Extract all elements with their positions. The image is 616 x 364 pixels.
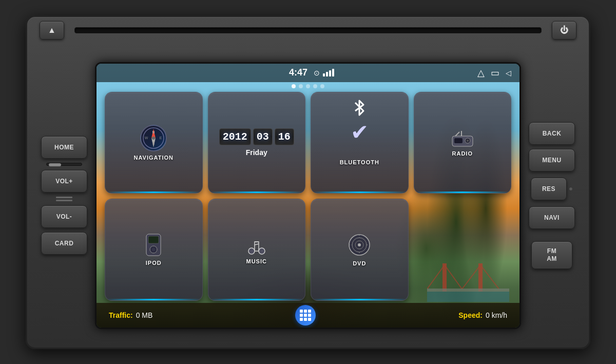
vol-minus-button[interactable]: VOL- [41, 205, 87, 228]
back-button[interactable]: BACK [529, 122, 575, 145]
vol-plus-button[interactable]: VOL+ [41, 170, 87, 193]
page-dot-4[interactable] [313, 84, 317, 88]
eq-lines [56, 197, 72, 201]
music-glyph [244, 235, 269, 255]
weekday-label: Friday [246, 148, 267, 157]
speed-info: Speed: 0 km/h [458, 311, 507, 319]
head-unit: ▲ ⏻ HOME VOL+ VOL- CARD [26, 15, 590, 349]
svg-rect-17 [454, 138, 463, 143]
traffic-label: Traffic: [109, 311, 133, 319]
home-grid-button[interactable] [295, 305, 316, 325]
page-dots [292, 84, 324, 88]
svg-point-27 [259, 248, 265, 254]
page-dot-3[interactable] [306, 84, 310, 88]
power-button[interactable]: ⏻ [552, 21, 576, 40]
main-body: HOME VOL+ VOL- CARD [27, 62, 589, 329]
page-dot-1[interactable] [292, 84, 296, 88]
res-indicator [569, 187, 573, 191]
traffic-value: 0 MB [136, 311, 153, 319]
screen-container: 4:47 ⊙ △ ▭ [95, 62, 521, 329]
status-right: △ ▭ ◁ [477, 67, 511, 79]
svg-point-26 [248, 248, 255, 254]
bottom-bar: Traffic: 0 MB [97, 303, 519, 328]
date-numbers: 2012 03 16 [219, 128, 294, 145]
ipod-glyph [144, 233, 163, 257]
svg-point-11 [152, 137, 155, 140]
menu-button[interactable]: MENU [529, 149, 575, 171]
home-button[interactable]: HOME [41, 136, 87, 159]
radio-label: RADIO [452, 150, 473, 157]
speed-value: 0 km/h [486, 311, 507, 319]
svg-text:N: N [152, 130, 155, 134]
music-icon[interactable]: MUSIC [208, 199, 306, 301]
svg-text:E: E [160, 136, 162, 140]
navigation-icon[interactable]: N S E W NAVIGATION [105, 92, 203, 194]
ipod-icon[interactable]: IPOD [105, 199, 203, 301]
home-nav-icon[interactable]: △ [477, 67, 485, 79]
card-button[interactable]: CARD [41, 232, 87, 255]
dvd-glyph [347, 233, 372, 257]
music-label: MUSIC [246, 258, 267, 264]
app-grid: N S E W NAVIGATION 2012 [105, 92, 511, 301]
dvd-label: DVD [353, 260, 366, 266]
year-block: 2012 [219, 128, 251, 145]
status-center: 4:47 ⊙ [289, 67, 334, 78]
fm-am-button[interactable]: FM AM [531, 241, 572, 269]
clock-display: 4:47 [289, 67, 307, 78]
eject-button[interactable]: ▲ [40, 21, 64, 40]
bluetooth-label: BLUETOOTH [340, 159, 379, 165]
svg-point-34 [358, 243, 361, 246]
svg-text:S: S [152, 142, 155, 145]
date-display: 2012 03 16 Friday [208, 128, 305, 157]
menu-nav-icon[interactable]: ◁ [506, 69, 511, 77]
bluetooth-icon[interactable]: ✔ BLUETOOTH [311, 92, 409, 194]
ipod-label: IPOD [146, 260, 162, 266]
date-icon[interactable]: 2012 03 16 Friday [208, 92, 306, 194]
left-panel: HOME VOL+ VOL- CARD [33, 136, 95, 255]
bluetooth-glyph: ✔ [351, 120, 369, 145]
svg-line-30 [255, 244, 259, 245]
signal-bars [323, 69, 334, 76]
svg-text:W: W [145, 136, 148, 140]
dvd-icon[interactable]: DVD [311, 199, 409, 301]
page-dot-5[interactable] [320, 84, 324, 88]
speed-label: Speed: [458, 311, 483, 319]
navi-button[interactable]: NAVI [529, 206, 575, 229]
back-nav-icon[interactable]: ▭ [491, 67, 499, 79]
vol-slider [46, 163, 82, 166]
traffic-info: Traffic: 0 MB [109, 311, 152, 319]
res-button[interactable]: RES [531, 178, 567, 200]
top-row: ▲ ⏻ [27, 17, 589, 42]
compass-graphic: N S E W [140, 125, 167, 151]
month-block: 03 [253, 128, 273, 145]
day-block: 16 [275, 128, 294, 145]
status-bar: 4:47 ⊙ △ ▭ [97, 64, 519, 82]
svg-line-20 [455, 132, 459, 136]
svg-point-25 [152, 248, 155, 251]
wifi-icon: ⊙ [314, 69, 320, 77]
status-icons: ⊙ [314, 69, 334, 77]
svg-point-19 [467, 140, 469, 142]
grid-icon [300, 310, 311, 321]
disc-slot [74, 27, 542, 33]
right-panel: BACK MENU RES NAVI FM AM [521, 122, 583, 269]
svg-rect-23 [148, 236, 159, 243]
radio-icon[interactable]: RADIO [414, 92, 512, 194]
page-dot-2[interactable] [299, 84, 303, 88]
radio-glyph [450, 129, 475, 147]
navigation-label: NAVIGATION [134, 155, 174, 161]
screen: 4:47 ⊙ △ ▭ [95, 62, 521, 329]
